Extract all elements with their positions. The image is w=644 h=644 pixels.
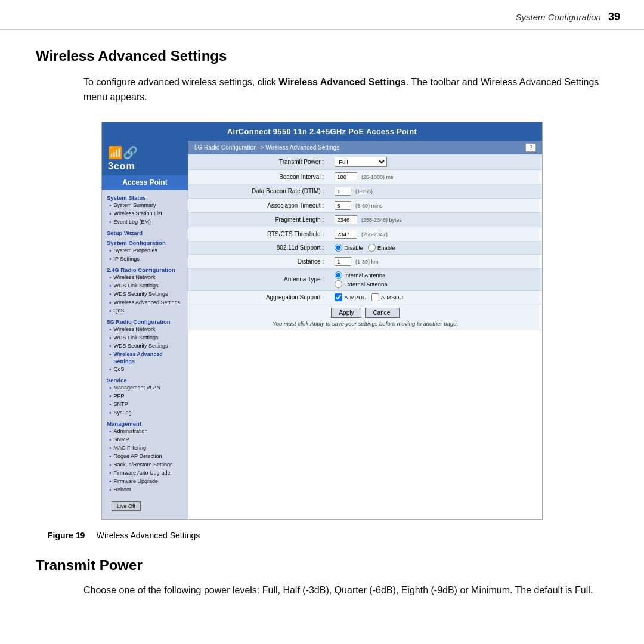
nav-item-24-wds-link[interactable]: WDS Link Settings	[102, 282, 188, 290]
nav-radio-5g-title: 5G Radio Configuration	[102, 318, 188, 326]
nav-item-sntp[interactable]: SNTP	[102, 401, 188, 409]
select-transmit-power[interactable]: Full Half (-3dB) Quarter (-6dB) Eighth (…	[335, 157, 387, 167]
nav-item-administration[interactable]: Administration	[102, 428, 188, 436]
nav-item-5g-wds-link[interactable]: WDS Link Settings	[102, 334, 188, 342]
input-rts-cts[interactable]	[335, 230, 357, 239]
table-row-80211d: 802.11d Support : Disable Enable	[188, 241, 542, 254]
input-dtim[interactable]	[335, 187, 351, 196]
value-beacon-interval: (25-1000) ms	[330, 169, 542, 184]
checkbox-amsdu-label[interactable]: A-MSDU	[371, 293, 403, 301]
nav-item-24-wds-security[interactable]: WDS Security Settings	[102, 290, 188, 299]
label-transmit-power: Transmit Power :	[188, 154, 330, 170]
nav-system-config: System Configuration System Properties I…	[102, 239, 188, 264]
input-beacon-interval[interactable]	[335, 172, 357, 181]
nav-item-reboot[interactable]: Reboot	[102, 486, 188, 494]
nav-item-24-wireless-advanced[interactable]: Wireless Advanced Settings	[102, 299, 188, 307]
cancel-button[interactable]: Cancel	[365, 308, 399, 318]
nav-management-title: Management	[102, 420, 188, 428]
apply-button[interactable]: Apply	[331, 308, 361, 318]
value-assoc-timeout: (5-60) mins	[330, 198, 542, 212]
hint-distance: (1-30) km	[355, 259, 379, 265]
label-fragment-length: Fragment Length :	[188, 212, 330, 227]
live-off-container: Live Off	[102, 497, 188, 516]
help-button[interactable]: ?	[525, 143, 536, 152]
nav-item-system-properties[interactable]: System Properties	[102, 247, 188, 255]
radio-enable-label[interactable]: Enable	[368, 244, 395, 252]
nav-item-mac-filtering[interactable]: MAC Filtering	[102, 444, 188, 453]
checkbox-amsdu[interactable]	[371, 293, 379, 301]
ap-logo-text: 3com	[108, 161, 135, 172]
nav-item-5g-wireless-network[interactable]: Wireless Network	[102, 326, 188, 334]
nav-item-event-log[interactable]: Event Log (EM)	[102, 218, 188, 227]
nav-item-5g-wds-security[interactable]: WDS Security Settings	[102, 342, 188, 351]
nav-item-5g-wireless-advanced[interactable]: Wireless Advanced Settings	[102, 351, 188, 366]
nav-item-snmp[interactable]: SNMP	[102, 436, 188, 444]
nav-item-system-summary[interactable]: System Summary	[102, 202, 188, 210]
nav-item-mgmt-vlan[interactable]: Management VLAN	[102, 384, 188, 392]
page-number: 39	[608, 11, 620, 23]
nav-item-firmware-upgrade[interactable]: Firmware Upgrade	[102, 478, 188, 486]
radio-internal-antenna-label[interactable]: Internal Antenna	[335, 271, 537, 279]
table-row-transmit-power: Transmit Power : Full Half (-3dB) Quarte…	[188, 154, 542, 170]
header-title: System Configuration	[516, 12, 601, 22]
ap-logo-icon: 📶🔗	[108, 145, 138, 160]
hint-rts-cts: (256-2347)	[361, 231, 388, 237]
ap-model-label: AirConnect 9550 11n 2.4+5GHz PoE Access …	[227, 127, 417, 136]
checkbox-ampdu[interactable]	[335, 293, 342, 301]
aggregation-checkboxes: A-MPDU A-MSDU	[335, 293, 537, 301]
radio-disable-input[interactable]	[335, 244, 342, 252]
label-rts-cts: RTS/CTS Threshold :	[188, 227, 330, 241]
nav-setup-wizard-title[interactable]: Setup Wizard	[102, 229, 188, 237]
ap-breadcrumb-bar: 5G Radio Configuration -> Wireless Advan…	[188, 141, 542, 154]
nav-setup-wizard: Setup Wizard	[102, 229, 188, 237]
table-row-dtim: Data Beacon Rate (DTIM) : (1-255)	[188, 184, 542, 198]
nav-item-backup-restore[interactable]: Backup/Restore Settings	[102, 461, 188, 469]
nav-management: Management Administration SNMP MAC Filte…	[102, 420, 188, 494]
intro-link-text: Wireless Advanced Settings	[278, 77, 406, 87]
ap-nav: System Status System Summary Wireless St…	[102, 190, 188, 519]
radio-enable-input[interactable]	[368, 244, 376, 252]
section2-body: Choose one of the following power levels…	[83, 583, 608, 598]
table-row-rts-cts: RTS/CTS Threshold : (256-2347)	[188, 227, 542, 241]
value-fragment-length: (256-2346) bytes	[330, 212, 542, 227]
radio-internal-antenna[interactable]	[335, 271, 342, 279]
ap-logo: 📶🔗 3com	[102, 141, 188, 175]
table-row-assoc-timeout: Association Timeout : (5-60) mins	[188, 198, 542, 212]
nav-item-syslog[interactable]: SysLog	[102, 409, 188, 417]
settings-table: Transmit Power : Full Half (-3dB) Quarte…	[188, 154, 542, 304]
value-dtim: (1-255)	[330, 184, 542, 198]
table-row-beacon-interval: Beacon Interval : (25-1000) ms	[188, 169, 542, 184]
nav-item-ppp[interactable]: PPP	[102, 392, 188, 401]
label-beacon-interval: Beacon Interval :	[188, 169, 330, 184]
value-distance: (1-30) km	[330, 254, 542, 268]
nav-item-5g-qos[interactable]: QoS	[102, 366, 188, 374]
live-off-button[interactable]: Live Off	[112, 501, 141, 511]
button-row: Apply Cancel	[331, 308, 399, 318]
nav-item-24-qos[interactable]: QoS	[102, 307, 188, 315]
radio-external-antenna-label[interactable]: External Antenna	[335, 280, 537, 288]
figure-caption-label: Wireless Advanced Settings	[97, 531, 200, 540]
radio-external-antenna[interactable]	[335, 280, 342, 288]
section2-heading: Transmit Power	[36, 557, 608, 574]
nav-item-24-wireless-network[interactable]: Wireless Network	[102, 274, 188, 282]
ui-screenshot: AirConnect 9550 11n 2.4+5GHz PoE Access …	[102, 122, 542, 519]
radio-antenna-type: Internal Antenna External Antenna	[335, 271, 537, 288]
checkbox-ampdu-label[interactable]: A-MPDU	[335, 293, 366, 301]
main-content: Wireless Advanced Settings To configure …	[0, 30, 644, 616]
figure-caption-text	[87, 531, 94, 540]
value-transmit-power: Full Half (-3dB) Quarter (-6dB) Eighth (…	[330, 154, 542, 170]
table-row-distance: Distance : (1-30) km	[188, 254, 542, 268]
radio-disable-label[interactable]: Disable	[335, 244, 363, 252]
input-distance[interactable]	[335, 257, 351, 266]
nav-system-status: System Status System Summary Wireless St…	[102, 194, 188, 227]
nav-item-firmware-auto[interactable]: Firmware Auto Upgrade	[102, 469, 188, 478]
value-80211d: Disable Enable	[330, 241, 542, 254]
radio-80211d: Disable Enable	[335, 244, 537, 252]
input-fragment-length[interactable]	[335, 215, 357, 224]
nav-item-rogue-ap[interactable]: Rogue AP Detection	[102, 453, 188, 461]
input-assoc-timeout[interactable]	[335, 201, 351, 210]
nav-item-wireless-station-list[interactable]: Wireless Station List	[102, 210, 188, 218]
label-aggregation: Aggregation Support :	[188, 290, 330, 304]
nav-item-ip-settings[interactable]: IP Settings	[102, 255, 188, 264]
label-assoc-timeout: Association Timeout :	[188, 198, 330, 212]
